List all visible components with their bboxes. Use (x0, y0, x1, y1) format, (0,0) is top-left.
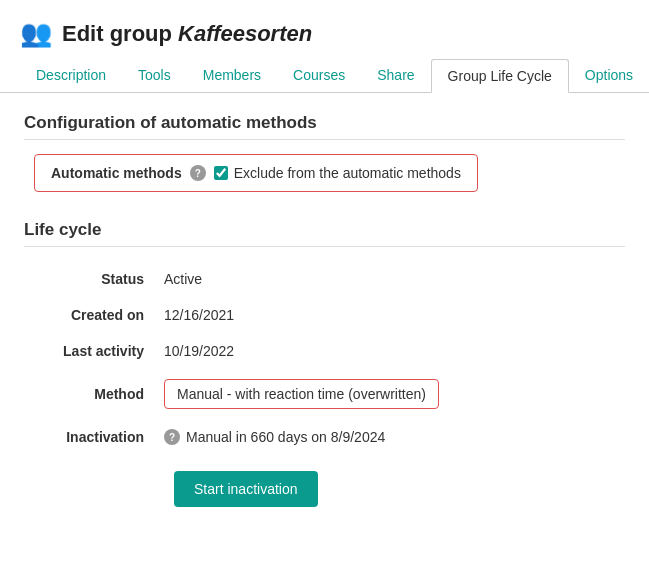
status-label: Status (34, 271, 164, 287)
config-section: Configuration of automatic methods Autom… (24, 113, 625, 216)
tab-options[interactable]: Options (569, 59, 649, 92)
lifecycle-section: Life cycle Status Active Created on 12/1… (24, 220, 625, 507)
page-title: Edit group Kaffeesorten (62, 21, 312, 47)
created-label: Created on (34, 307, 164, 323)
inactivation-help-icon[interactable]: ? (164, 429, 180, 445)
auto-methods-help-icon[interactable]: ? (190, 165, 206, 181)
method-value: Manual - with reaction time (overwritten… (164, 379, 439, 409)
last-activity-value: 10/19/2022 (164, 343, 234, 359)
tab-tools[interactable]: Tools (122, 59, 187, 92)
tab-bar: Description Tools Members Courses Share … (0, 59, 649, 93)
status-row: Status Active (34, 261, 625, 297)
exclude-checkbox-area: Exclude from the automatic methods (214, 165, 461, 181)
inactivation-row: Inactivation ? Manual in 660 days on 8/9… (34, 419, 625, 455)
created-value: 12/16/2021 (164, 307, 234, 323)
exclude-checkbox[interactable] (214, 166, 228, 180)
created-row: Created on 12/16/2021 (34, 297, 625, 333)
inactivation-label: Inactivation (34, 429, 164, 445)
auto-methods-label: Automatic methods (51, 165, 182, 181)
lifecycle-section-title: Life cycle (24, 220, 625, 247)
page-header: 👥 Edit group Kaffeesorten (0, 0, 649, 59)
tab-share[interactable]: Share (361, 59, 430, 92)
main-content: Configuration of automatic methods Autom… (0, 93, 649, 527)
tab-members[interactable]: Members (187, 59, 277, 92)
method-label: Method (34, 386, 164, 402)
method-row: Method Manual - with reaction time (over… (34, 369, 625, 419)
inactivation-area: ? Manual in 660 days on 8/9/2024 (164, 429, 385, 445)
tab-courses[interactable]: Courses (277, 59, 361, 92)
last-activity-label: Last activity (34, 343, 164, 359)
exclude-label: Exclude from the automatic methods (234, 165, 461, 181)
start-inactivation-button[interactable]: Start inactivation (174, 471, 318, 507)
inactivation-value: Manual in 660 days on 8/9/2024 (186, 429, 385, 445)
tab-group-life-cycle[interactable]: Group Life Cycle (431, 59, 569, 93)
lifecycle-info-table: Status Active Created on 12/16/2021 Last… (34, 261, 625, 455)
config-section-title: Configuration of automatic methods (24, 113, 625, 140)
tab-description[interactable]: Description (20, 59, 122, 92)
auto-methods-box: Automatic methods ? Exclude from the aut… (34, 154, 478, 192)
group-icon: 👥 (20, 18, 52, 49)
status-value: Active (164, 271, 202, 287)
last-activity-row: Last activity 10/19/2022 (34, 333, 625, 369)
